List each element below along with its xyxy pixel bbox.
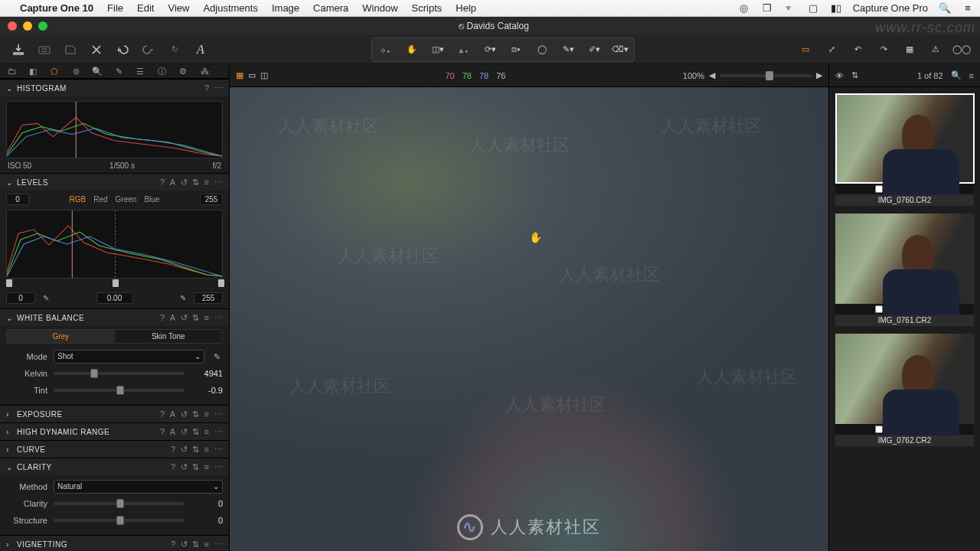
thumbnail-checkbox[interactable] <box>875 305 883 313</box>
spot-tool[interactable]: ◯ <box>529 39 555 60</box>
menu-view[interactable]: View <box>168 2 189 14</box>
wb-mode-select[interactable]: Shot⌄ <box>54 350 204 364</box>
levels-reset[interactable]: ↺ <box>181 178 188 187</box>
levels-graph[interactable] <box>6 210 223 279</box>
loupe-tool[interactable]: ◫▾ <box>425 39 451 60</box>
menu-image[interactable]: Image <box>272 2 299 14</box>
clarity-copy[interactable]: ⇅ <box>192 462 200 472</box>
curve-preset[interactable]: ≡ <box>204 445 210 455</box>
warnings-button[interactable]: ⚠ <box>923 39 948 60</box>
clarity-method-select[interactable]: Natural⌄ <box>54 480 223 494</box>
exposure-preset[interactable]: ≡ <box>204 409 210 419</box>
wb-reset[interactable]: ↺ <box>181 313 188 323</box>
hdr-auto[interactable]: A <box>170 427 176 437</box>
curve-menu[interactable]: ⋯ <box>214 445 224 455</box>
wb-help[interactable]: ? <box>160 313 165 323</box>
thumbnail-checkbox[interactable] <box>875 425 883 433</box>
wb-tab-skin[interactable]: Skin Tone <box>115 330 223 343</box>
menu-file[interactable]: File <box>107 2 123 14</box>
menu-edit[interactable]: Edit <box>137 2 154 14</box>
browser-visibility-icon[interactable]: 👁 <box>835 71 844 80</box>
levels-menu[interactable]: ⋯ <box>214 178 224 187</box>
status-eye-icon[interactable]: ◎ <box>738 2 750 15</box>
gradient-tool[interactable]: ✐▾ <box>581 39 607 60</box>
levels-input-slider[interactable] <box>6 280 223 288</box>
levels-out-low[interactable]: 0 <box>6 292 35 304</box>
pan-tool[interactable]: ✋ <box>399 39 425 60</box>
levels-white-picker[interactable]: ✎ <box>177 294 189 302</box>
tab-color[interactable]: ⬠ <box>47 64 61 78</box>
levels-ch-blue[interactable]: Blue <box>144 195 159 204</box>
histogram-toggle[interactable]: ⌄ <box>6 84 14 93</box>
crop-tool[interactable]: ⟁▾ <box>451 39 477 60</box>
structure-slider[interactable] <box>54 519 185 522</box>
thumbnail-image[interactable] <box>835 93 975 184</box>
menu-camera[interactable]: Camera <box>313 2 348 14</box>
erase-tool[interactable]: ⌫▾ <box>607 39 633 60</box>
clarity-toggle[interactable]: ⌄ <box>6 463 14 471</box>
select-tool[interactable]: ⟐▾ <box>373 39 399 60</box>
maximize-window-button[interactable] <box>38 21 47 31</box>
thumbnail-checkbox[interactable] <box>875 185 883 193</box>
histogram-help[interactable]: ? <box>204 83 210 93</box>
status-windows-icon[interactable]: ❐ <box>761 2 773 15</box>
thumbnail[interactable]: • • • • • IMG_0762.CR2 <box>835 334 974 446</box>
vignetting-preset[interactable]: ≡ <box>204 540 210 549</box>
hdr-preset[interactable]: ≡ <box>204 427 210 437</box>
status-app-name[interactable]: Capture One Pro <box>853 2 928 14</box>
capture-button[interactable] <box>32 39 57 60</box>
view-single-button[interactable]: ▭ <box>248 70 256 80</box>
thumbnail-image[interactable] <box>835 214 975 304</box>
thumbnail[interactable]: • • • • • IMG_0761.CR2 <box>835 214 974 326</box>
vignetting-toggle[interactable]: › <box>6 540 14 549</box>
levels-copy[interactable]: ⇅ <box>192 178 200 187</box>
tab-exposure[interactable]: 🔍 <box>90 64 104 78</box>
levels-ch-green[interactable]: Green <box>116 195 137 204</box>
wb-menu[interactable]: ⋯ <box>214 313 224 323</box>
curve-help[interactable]: ? <box>171 445 176 455</box>
brush-tool[interactable]: ✎▾ <box>555 39 581 60</box>
zoom-value[interactable]: 100% <box>683 71 704 80</box>
wb-auto[interactable]: A <box>170 313 176 323</box>
levels-gamma[interactable]: 0.00 <box>96 292 133 304</box>
rotate-tool[interactable]: ⟳▾ <box>477 39 503 60</box>
levels-auto[interactable]: A <box>170 178 176 187</box>
wb-tint-slider[interactable] <box>54 389 185 392</box>
levels-black-picker[interactable]: ✎ <box>40 294 52 302</box>
structure-value[interactable]: 0 <box>191 516 223 525</box>
wb-kelvin-value[interactable]: 4941 <box>191 369 223 378</box>
hdr-reset[interactable]: ↺ <box>181 427 188 437</box>
view-grid-button[interactable]: ▦ <box>236 70 243 80</box>
levels-ch-red[interactable]: Red <box>93 195 107 204</box>
levels-in-low[interactable]: 0 <box>6 194 29 205</box>
menu-adjustments[interactable]: Adjustments <box>203 2 258 14</box>
fullscreen-button[interactable]: ⤢ <box>819 39 844 60</box>
levels-help[interactable]: ? <box>160 178 165 187</box>
wb-picker[interactable]: ✎ <box>211 352 223 362</box>
exposure-auto[interactable]: A <box>170 409 176 419</box>
menu-scripts[interactable]: Scripts <box>412 2 443 14</box>
clarity-preset[interactable]: ≡ <box>204 462 210 472</box>
redo2-button[interactable]: ↻ <box>162 39 187 60</box>
histogram-menu[interactable]: ⋯ <box>214 83 224 93</box>
tab-details[interactable]: ✎ <box>112 64 126 78</box>
clarity-value[interactable]: 0 <box>191 499 223 508</box>
clarity-help[interactable]: ? <box>171 462 176 472</box>
spotlight-icon[interactable]: 🔍 <box>939 2 951 15</box>
curve-reset[interactable]: ↺ <box>181 445 188 455</box>
exposure-copy[interactable]: ⇅ <box>192 409 200 419</box>
wb-tab-grey[interactable]: Grey <box>7 330 115 343</box>
levels-preset[interactable]: ≡ <box>204 178 210 187</box>
thumbnail-image[interactable] <box>835 334 975 424</box>
curve-copy[interactable]: ⇅ <box>192 445 200 455</box>
exposure-menu[interactable]: ⋯ <box>214 409 224 419</box>
vignetting-reset[interactable]: ↺ <box>181 540 188 549</box>
wb-toggle[interactable]: ⌄ <box>6 314 14 322</box>
status-airplay-icon[interactable]: ▢ <box>807 2 819 15</box>
wb-copy[interactable]: ⇅ <box>192 313 200 323</box>
menu-help[interactable]: Help <box>456 2 476 14</box>
vignetting-menu[interactable]: ⋯ <box>214 540 224 549</box>
levels-out-high[interactable]: 255 <box>194 292 223 304</box>
tab-output[interactable]: ⚙ <box>176 64 190 78</box>
exposure-toggle[interactable]: › <box>6 410 14 419</box>
